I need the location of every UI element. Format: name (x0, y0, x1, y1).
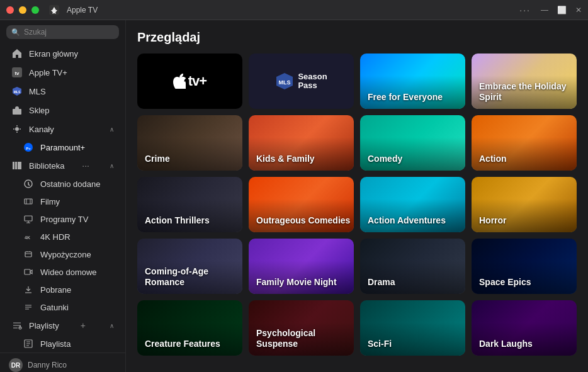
window-restore-btn[interactable]: ⬜ (557, 6, 567, 14)
grid-item-coming-of-age[interactable]: Coming-of-Age Romance (137, 239, 242, 294)
grid-item-creature-features[interactable]: Creature Features (137, 300, 242, 356)
svg-text:MLS: MLS (279, 79, 291, 86)
search-box[interactable]: 🔍 (6, 25, 119, 39)
user-footer: DR Danny Rico (0, 352, 125, 372)
grid-item-family-movie-night[interactable]: Family Movie Night (249, 239, 354, 294)
svg-point-7 (15, 127, 19, 131)
svg-rect-20 (25, 269, 30, 274)
sidebar-item-paramount[interactable]: P+ Paramount+ (3, 138, 123, 156)
appletv-icon: tv (11, 67, 23, 78)
svg-rect-6 (13, 109, 21, 115)
kanaly-section-header[interactable]: Kanały ∧ (3, 120, 123, 138)
search-icon: 🔍 (11, 28, 20, 37)
grid-item-comedy[interactable]: Comedy (360, 115, 465, 171)
svg-text:4K: 4K (25, 235, 30, 240)
sidebar-item-4k-hdr[interactable]: 4K 4K HDR (3, 228, 123, 245)
sidebar-item-gatunki[interactable]: Gatunki (3, 298, 123, 316)
svg-text:MLS: MLS (14, 90, 21, 94)
search-input[interactable] (24, 28, 118, 37)
grid-item-kids-family[interactable]: Kids & Family (249, 115, 354, 171)
user-avatar: DR (9, 358, 23, 372)
svg-text:tv: tv (14, 70, 20, 76)
svg-text:P+: P+ (26, 147, 31, 150)
grid-item-label: Embrace the Holiday Spirit (479, 81, 577, 103)
sidebar-item-wypozyczone[interactable]: Wypożyczone (3, 245, 123, 263)
store-icon (11, 104, 23, 116)
main-content: Przeglądaj tv+ MLS (126, 20, 588, 372)
mls-icon: MLS (11, 86, 23, 97)
sidebar-item-pobrane[interactable]: Pobrane (3, 281, 123, 298)
app-body: 🔍 Ekran główny tv Apple TV+ MLS (0, 20, 588, 372)
grid-item-action[interactable]: Action (472, 115, 577, 171)
sidebar-item-apple-tv-plus[interactable]: tv Apple TV+ (3, 63, 123, 82)
grid-item-label: Outrageous Comedies (256, 215, 350, 226)
grid-item-drama[interactable]: Drama (360, 239, 465, 294)
close-button[interactable] (6, 6, 14, 14)
add-playlist-button[interactable]: + (81, 320, 86, 330)
window-close-btn[interactable]: ✕ (575, 6, 582, 14)
mls-shield-icon: MLS (275, 72, 294, 91)
sidebar-item-wideo-domowe[interactable]: Wideo domowe (3, 263, 123, 281)
home-icon (11, 48, 23, 59)
grid-item-psychological-suspense[interactable]: Psychological Suspense (249, 300, 354, 356)
grid-item-outrageous-comedies[interactable]: Outrageous Comedies (249, 177, 354, 232)
grid-item-label: Space Epics (479, 277, 531, 288)
content-grid: tv+ MLS Season Pass (137, 54, 577, 356)
apple-icon (173, 74, 186, 89)
grid-item-sci-fi[interactable]: Sci-Fi (360, 300, 465, 356)
sidebar: 🔍 Ekran główny tv Apple TV+ MLS (0, 20, 126, 372)
svg-rect-12 (18, 162, 21, 169)
grid-item-label: Psychological Suspense (256, 328, 354, 349)
maximize-button[interactable] (31, 6, 39, 14)
sidebar-item-mls[interactable]: MLS MLS (3, 82, 123, 101)
kanaly-chevron: ∧ (110, 126, 114, 133)
sidebar-item-ekran-glowny[interactable]: Ekran główny (3, 44, 123, 63)
grid-item-label: Coming-of-Age Romance (145, 266, 242, 288)
download-icon (23, 284, 34, 295)
sidebar-item-sklep[interactable]: Sklep (3, 101, 123, 120)
grid-item-embrace-holiday[interactable]: Embrace the Holiday Spirit (472, 54, 577, 109)
more-options-button[interactable]: ··· (519, 5, 531, 15)
svg-rect-10 (13, 162, 14, 169)
grid-item-dark-laughs[interactable]: Dark Laughs (472, 300, 577, 356)
grid-item-appletv-plus[interactable]: tv+ (137, 54, 242, 109)
rent-icon (23, 249, 34, 260)
film-icon (23, 196, 34, 207)
genre-icon (23, 302, 34, 313)
biblioteka-section-header[interactable]: Biblioteka ··· ∧ (3, 156, 123, 175)
sidebar-item-filmy[interactable]: Filmy (3, 193, 123, 210)
grid-item-label: Sci-Fi (368, 339, 392, 349)
grid-item-label: Free for Everyone (368, 92, 443, 103)
grid-item-label: Horror (479, 215, 507, 226)
kanaly-icon (11, 123, 23, 135)
biblioteka-chevron: ∧ (110, 162, 114, 169)
4k-icon: 4K (23, 231, 34, 242)
grid-item-label: Action Adventures (368, 215, 446, 226)
grid-item-horror[interactable]: Horror (472, 177, 577, 232)
sidebar-item-programy-tv[interactable]: Programy TV (3, 210, 123, 228)
grid-item-action-thrillers[interactable]: Action Thrillers (137, 177, 242, 232)
grid-item-label: Comedy (368, 154, 402, 164)
grid-item-space-epics[interactable]: Space Epics (472, 239, 577, 294)
grid-item-action-adventures[interactable]: Action Adventures (360, 177, 465, 232)
app-icon (49, 5, 59, 15)
grid-item-label: Dark Laughs (479, 339, 533, 349)
grid-item-label: Action Thrillers (145, 215, 210, 226)
paramount-icon: P+ (23, 142, 34, 153)
biblioteka-more-icon[interactable]: ··· (82, 161, 89, 171)
app-title: Apple TV (67, 6, 98, 14)
playlisty-section-header[interactable]: Playlisty + ∧ (3, 316, 123, 335)
mls-text: Season Pass (298, 72, 327, 91)
sidebar-item-playlista[interactable]: Playlista (3, 335, 123, 352)
svg-rect-14 (25, 199, 32, 204)
grid-item-free-for-everyone[interactable]: Free for Everyone (360, 54, 465, 109)
recent-icon (23, 178, 34, 189)
grid-item-label: Family Movie Night (256, 277, 337, 288)
minimize-button[interactable] (19, 6, 26, 14)
grid-item-mls-season-pass[interactable]: MLS Season Pass (249, 54, 354, 109)
svg-rect-11 (15, 162, 17, 169)
window-minimize-btn[interactable]: — (541, 6, 548, 14)
sidebar-item-ostatnio-dodane[interactable]: Ostatnio dodane (3, 175, 123, 193)
grid-item-crime[interactable]: Crime (137, 115, 242, 171)
titlebar: Apple TV ··· — ⬜ ✕ (0, 0, 588, 20)
